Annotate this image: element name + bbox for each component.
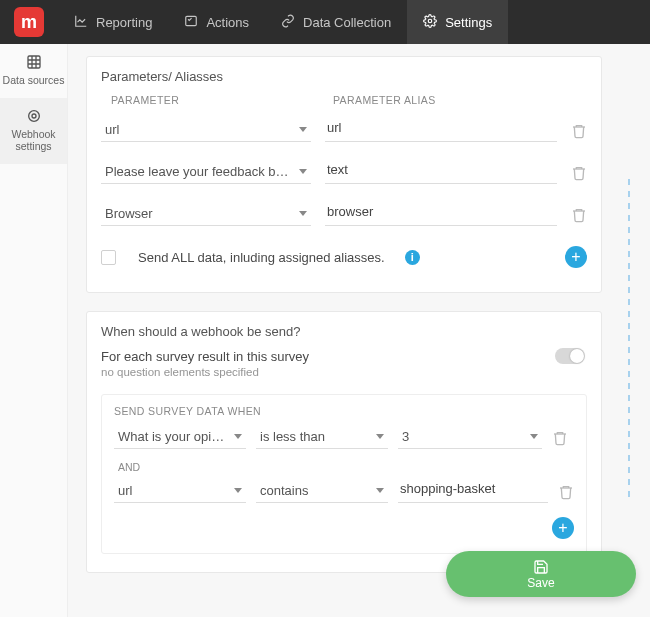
send-all-checkbox[interactable] <box>101 250 116 265</box>
delete-row-button[interactable] <box>571 207 587 223</box>
each-result-toggle[interactable] <box>555 348 585 364</box>
condition-field-select[interactable]: url <box>114 477 246 507</box>
chevron-down-icon <box>299 211 307 216</box>
chevron-down-icon <box>299 169 307 174</box>
tab-label: Settings <box>445 15 492 30</box>
webhook-when-panel: When should a webhook be send? For each … <box>86 311 602 573</box>
save-label: Save <box>527 576 554 590</box>
add-condition-button[interactable]: + <box>552 517 574 539</box>
svg-point-3 <box>28 111 39 122</box>
target-icon <box>2 108 65 124</box>
condition-row: urlcontains <box>114 477 574 507</box>
tab-reporting[interactable]: Reporting <box>58 0 168 44</box>
alias-input[interactable] <box>325 200 557 230</box>
condition-value-input[interactable] <box>398 477 548 507</box>
delete-condition-button[interactable] <box>552 430 568 446</box>
parameter-row: Browser <box>101 194 587 236</box>
delete-row-button[interactable] <box>571 165 587 181</box>
when-title: When should a webhook be send? <box>101 324 587 339</box>
svg-rect-2 <box>28 56 40 68</box>
svg-point-1 <box>428 19 432 23</box>
timeline-track <box>628 179 630 497</box>
tab-label: Actions <box>206 15 249 30</box>
send-all-label: Send ALL data, inluding assigned aliasse… <box>138 250 385 265</box>
svg-rect-0 <box>186 16 197 25</box>
tab-actions[interactable]: Actions <box>168 0 265 44</box>
parameter-row: Please leave your feedback below: <box>101 152 587 194</box>
link-icon <box>281 14 295 31</box>
chevron-down-icon <box>376 488 384 493</box>
condition-row: What is your opinion of …is less than3 <box>114 423 574 453</box>
and-label: AND <box>118 461 574 473</box>
chart-line-icon <box>74 14 88 31</box>
condition-operator-select[interactable]: is less than <box>256 423 388 453</box>
condition-field-select[interactable]: What is your opinion of … <box>114 423 246 453</box>
alias-input[interactable] <box>325 116 557 146</box>
svg-point-4 <box>32 114 36 118</box>
info-icon[interactable]: i <box>405 250 420 265</box>
each-result-label: For each survey result in this survey <box>101 349 587 364</box>
save-icon <box>533 559 549 575</box>
left-sidebar: Data sourcesWebhook settings <box>0 44 68 617</box>
chevron-down-icon <box>299 127 307 132</box>
condition-operator-select[interactable]: contains <box>256 477 388 507</box>
parameter-row: url <box>101 110 587 152</box>
top-nav: m ReportingActionsData CollectionSetting… <box>0 0 650 44</box>
brand-logo[interactable]: m <box>0 0 58 44</box>
parameters-panel: Parameters/ Aliasses PARAMETER PARAMETER… <box>86 56 602 293</box>
tab-data-collection[interactable]: Data Collection <box>265 0 407 44</box>
tab-settings[interactable]: Settings <box>407 0 508 44</box>
checklist-icon <box>184 14 198 31</box>
parameters-title: Parameters/ Aliasses <box>101 69 587 84</box>
alias-input[interactable] <box>325 158 557 188</box>
parameter-select[interactable]: Please leave your feedback below: <box>101 158 311 188</box>
sidebar-item-label: Data sources <box>3 74 65 86</box>
chevron-down-icon <box>234 434 242 439</box>
tab-label: Data Collection <box>303 15 391 30</box>
parameter-select[interactable]: Browser <box>101 200 311 230</box>
conditions-title: SEND SURVEY DATA WHEN <box>114 405 574 417</box>
sidebar-item-webhook-settings[interactable]: Webhook settings <box>0 98 67 164</box>
sidebar-item-label: Webhook settings <box>11 128 55 152</box>
delete-row-button[interactable] <box>571 123 587 139</box>
chevron-down-icon <box>530 434 538 439</box>
delete-condition-button[interactable] <box>558 484 574 500</box>
column-header-alias: PARAMETER ALIAS <box>333 94 587 106</box>
chevron-down-icon <box>376 434 384 439</box>
gear-icon <box>423 14 437 31</box>
tab-label: Reporting <box>96 15 152 30</box>
conditions-panel: SEND SURVEY DATA WHEN What is your opini… <box>101 394 587 554</box>
column-header-parameter: PARAMETER <box>111 94 333 106</box>
parameter-select[interactable]: url <box>101 116 311 146</box>
add-parameter-button[interactable]: + <box>565 246 587 268</box>
grid-icon <box>2 54 65 70</box>
condition-value-select[interactable]: 3 <box>398 423 542 453</box>
save-button[interactable]: Save <box>446 551 636 597</box>
brand-badge: m <box>14 7 44 37</box>
chevron-down-icon <box>234 488 242 493</box>
each-result-sub: no question elements specified <box>101 366 587 378</box>
sidebar-item-data-sources[interactable]: Data sources <box>0 44 67 98</box>
